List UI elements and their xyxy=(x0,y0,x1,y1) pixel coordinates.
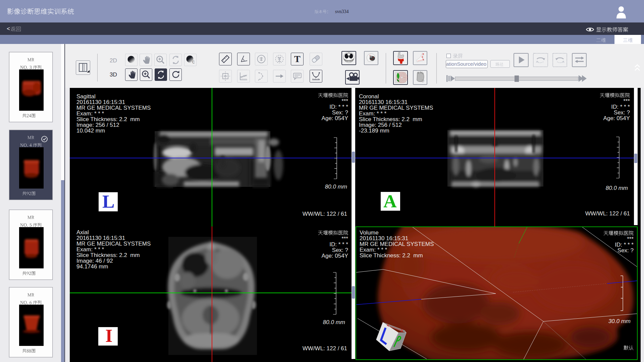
svg-text:T: T xyxy=(294,54,301,64)
svg-text:D: D xyxy=(422,79,424,83)
svg-text:C: C xyxy=(192,60,195,64)
